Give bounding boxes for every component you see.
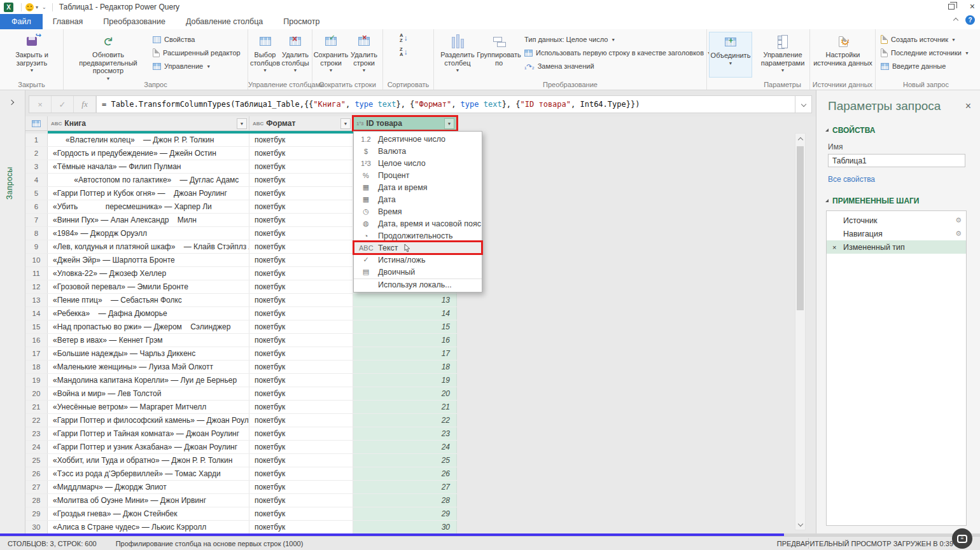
row-number[interactable]: 20 <box>25 387 48 400</box>
format-cell[interactable]: покетбук <box>249 521 353 533</box>
use-first-row-button[interactable]: Использовать первую строку в качестве за… <box>524 46 711 59</box>
video-overlay-badge[interactable]: ≡ <box>952 528 972 549</box>
type-menu-item[interactable]: ✓ Истина/ложь <box>354 254 482 266</box>
tab-home[interactable]: Главная <box>43 14 94 29</box>
format-cell[interactable]: покетбук <box>249 134 353 146</box>
book-cell[interactable]: «Над пропастью во ржи» — Джером Сэлиндже… <box>48 320 249 333</box>
manage-parameters-button[interactable]: Управление параметрами▼ <box>757 32 809 75</box>
applied-steps-section-header[interactable]: ПРИМЕНЕННЫЕ ШАГИ <box>825 196 980 205</box>
enter-data-button[interactable]: Введите данные <box>881 60 969 72</box>
book-cell[interactable]: «Тэсс из рода д'Эрбервиллей» — Томас Хар… <box>48 467 249 480</box>
book-cell[interactable]: «Ребекка» — Дафна Дюморье <box>48 307 249 320</box>
row-number[interactable]: 11 <box>25 267 48 280</box>
format-cell[interactable]: покетбук <box>249 280 353 293</box>
close-window-icon[interactable]: × <box>970 2 975 11</box>
column-header-format[interactable]: ABC Формат ▼ <box>249 116 353 130</box>
expand-queries-pane-icon[interactable] <box>9 100 14 105</box>
row-number[interactable]: 27 <box>25 481 48 493</box>
book-cell[interactable]: «Большие надежды» — Чарльз Диккенс <box>48 347 249 360</box>
row-number[interactable]: 2 <box>25 147 48 160</box>
step-settings-gear-icon[interactable]: ⚙ <box>955 216 962 224</box>
id-cell[interactable]: 15 <box>353 320 457 333</box>
row-number[interactable]: 25 <box>25 454 48 467</box>
row-number[interactable]: 13 <box>25 294 48 306</box>
format-cell[interactable]: покетбук <box>249 174 353 186</box>
id-cell[interactable]: 22 <box>353 414 457 427</box>
row-number[interactable]: 22 <box>25 414 48 427</box>
type-menu-item[interactable]: ABC Текст <box>354 242 482 254</box>
type-menu-item[interactable]: Используя локаль... <box>354 278 482 291</box>
format-cell[interactable]: покетбук <box>249 414 353 427</box>
delete-step-icon[interactable]: × <box>832 244 836 251</box>
row-number[interactable]: 24 <box>25 441 48 453</box>
book-cell[interactable]: «Убить пересмешника» — Харпер Ли <box>48 200 249 213</box>
remove-columns-button[interactable]: × Удалить столбцы▼ <box>280 32 311 75</box>
book-cell[interactable]: «Властелин колец» — Джон Р. Р. Толкин <box>48 134 249 146</box>
format-cell[interactable]: покетбук <box>249 401 353 413</box>
recent-sources-button[interactable]: Последние источники ▼ <box>881 46 969 59</box>
format-cell[interactable]: покетбук <box>249 387 353 400</box>
row-number[interactable]: 15 <box>25 320 48 333</box>
format-cell[interactable]: покетбук <box>249 374 353 387</box>
advanced-editor-button[interactable]: Расширенный редактор <box>153 46 241 59</box>
row-number[interactable]: 1 <box>25 134 48 146</box>
type-menu-item[interactable]: ◔ Продолжительность <box>354 230 482 242</box>
type-menu-item[interactable]: $ Валюта <box>354 145 482 157</box>
row-number[interactable]: 10 <box>25 254 48 266</box>
format-cell[interactable]: покетбук <box>249 494 353 507</box>
book-cell[interactable]: «Мандолина капитана Корелли» — Луи де Бе… <box>48 374 249 387</box>
row-number[interactable]: 8 <box>25 227 48 240</box>
id-cell[interactable]: 23 <box>353 427 457 440</box>
format-cell[interactable]: покетбук <box>249 227 353 240</box>
format-cell[interactable]: покетбук <box>249 160 353 173</box>
sort-descending-icon[interactable]: ZA↓ <box>400 47 407 57</box>
profiling-status[interactable]: Профилирование столбца на основе первых … <box>116 540 304 547</box>
format-cell[interactable]: покетбук <box>249 294 353 306</box>
book-cell[interactable]: «Молитва об Оуэне Мини» — Джон Ирвинг <box>48 494 249 507</box>
id-cell[interactable]: 17 <box>353 347 457 360</box>
format-cell[interactable]: покетбук <box>249 481 353 493</box>
tab-file[interactable]: Файл <box>0 14 43 29</box>
type-menu-item[interactable]: ▦ Дата <box>354 193 482 205</box>
data-source-settings-button[interactable]: ⚙ Настройки источника данных <box>811 32 874 67</box>
merge-button[interactable]: + Объединить▼ <box>709 32 752 78</box>
row-number[interactable]: 19 <box>25 374 48 387</box>
scrollbar-thumb[interactable] <box>797 146 804 310</box>
row-number[interactable]: 3 <box>25 160 48 173</box>
split-column-button[interactable]: Разделить столбец▼ <box>439 32 476 75</box>
row-number[interactable]: 18 <box>25 361 48 373</box>
format-cell[interactable]: покетбук <box>249 240 353 253</box>
type-menu-item[interactable]: ◷ Время <box>354 205 482 217</box>
choose-columns-button[interactable]: Выбор столбцов▼ <box>250 32 280 75</box>
id-cell[interactable]: 26 <box>353 467 457 480</box>
filter-button[interactable]: ▼ <box>444 118 454 129</box>
manage-button[interactable]: Управление ▼ <box>153 60 241 72</box>
book-cell[interactable]: «Гарри Поттер и узник Азкабана» — Джоан … <box>48 441 249 453</box>
row-number[interactable]: 12 <box>25 280 48 293</box>
row-number[interactable]: 21 <box>25 401 48 413</box>
row-number[interactable]: 30 <box>25 521 48 533</box>
format-cell[interactable]: покетбук <box>249 454 353 467</box>
format-cell[interactable]: покетбук <box>249 427 353 440</box>
id-cell[interactable]: 13 <box>353 294 457 306</box>
tab-transform[interactable]: Преобразование <box>93 14 176 29</box>
remove-rows-button[interactable]: × Удалить строки▼ <box>349 32 379 75</box>
new-source-button[interactable]: Создать источник ▼ <box>881 33 969 46</box>
refresh-preview-button[interactable]: ↻ Обновить предварительный просмотр▼ <box>67 32 150 83</box>
row-number[interactable]: 16 <box>25 334 48 347</box>
table-corner-button[interactable] <box>25 116 48 130</box>
book-cell[interactable]: «Война и мир» — Лев Толстой <box>48 387 249 400</box>
format-cell[interactable]: покетбук <box>249 214 353 226</box>
row-number[interactable]: 29 <box>25 507 48 520</box>
filter-button[interactable]: ▼ <box>340 118 351 129</box>
format-cell[interactable]: покетбук <box>249 307 353 320</box>
tab-view[interactable]: Просмотр <box>273 14 330 29</box>
id-cell[interactable]: 19 <box>353 374 457 387</box>
filter-button[interactable]: ▼ <box>237 118 247 129</box>
format-cell[interactable]: покетбук <box>249 147 353 160</box>
properties-button[interactable]: Свойства <box>153 33 241 46</box>
video-progress-track[interactable] <box>0 533 980 536</box>
row-number[interactable]: 7 <box>25 214 48 226</box>
row-number[interactable]: 4 <box>25 174 48 186</box>
type-menu-item[interactable]: ◍ Дата, время и часовой пояс <box>354 217 482 230</box>
